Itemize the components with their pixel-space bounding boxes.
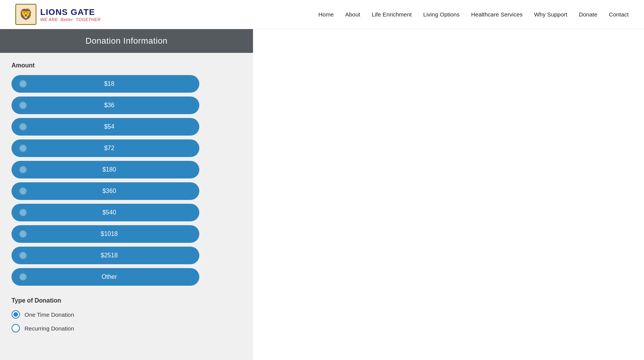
nav-item-about[interactable]: About	[345, 11, 360, 18]
radio-circle-180	[19, 166, 27, 173]
radio-inner-one-time	[13, 312, 18, 317]
radio-outer-one-time	[12, 310, 20, 319]
logo-subtitle-we-are: WE ARE	[40, 17, 58, 22]
radio-circle-2518	[19, 252, 27, 259]
amount-button-54[interactable]: $54	[12, 118, 199, 136]
amount-button-18[interactable]: $18	[12, 75, 199, 93]
radio-option-one-time[interactable]: One Time Donation	[12, 310, 242, 319]
donation-type-label: Type of Donation	[12, 297, 242, 304]
amount-label-360: $360	[27, 188, 192, 195]
radio-circle-18	[19, 80, 27, 88]
amount-label-1018: $1018	[27, 231, 192, 237]
nav-link-why-support[interactable]: Why Support	[534, 11, 567, 18]
amount-label-72: $72	[27, 145, 192, 152]
donation-type-section: Type of Donation One Time Donation Recur…	[12, 297, 242, 332]
nav-item-healthcare[interactable]: Healthcare Services	[471, 11, 522, 18]
nav-link-life-enrichment[interactable]: Life Enrichment	[372, 11, 412, 18]
nav-link-home[interactable]: Home	[318, 11, 334, 18]
logo-subtitle-better: Better	[61, 17, 73, 22]
radio-option-recurring[interactable]: Recurring Donation	[12, 324, 242, 332]
radio-label-one-time: One Time Donation	[25, 311, 74, 318]
donation-body: Amount $18 $36 $54 $72	[0, 53, 253, 347]
amount-button-540[interactable]: $540	[12, 204, 199, 221]
nav-item-donate[interactable]: Donate	[579, 11, 597, 18]
logo-title: LIONS GATE	[40, 7, 101, 17]
amount-section-label: Amount	[12, 62, 242, 69]
amount-button-1018[interactable]: $1018	[12, 225, 199, 243]
amount-label-2518: $2518	[27, 252, 192, 259]
amount-buttons: $18 $36 $54 $72 $180	[12, 75, 242, 286]
amount-label-18: $18	[27, 80, 192, 87]
logo: 🦁 LIONS GATE WE ARE Better TOGETHER	[15, 4, 101, 25]
logo-text: LIONS GATE WE ARE Better TOGETHER	[40, 7, 101, 22]
amount-label-180: $180	[27, 166, 192, 173]
radio-circle-360	[19, 187, 27, 195]
nav-link-donate[interactable]: Donate	[579, 11, 597, 18]
amount-button-180[interactable]: $180	[12, 161, 199, 178]
amount-label-36: $36	[27, 102, 192, 109]
radio-circle-540	[19, 209, 27, 216]
amount-button-36[interactable]: $36	[12, 97, 199, 114]
amount-button-2518[interactable]: $2518	[12, 247, 199, 264]
nav-item-home[interactable]: Home	[318, 11, 334, 18]
navigation: 🦁 LIONS GATE WE ARE Better TOGETHER Home…	[0, 0, 644, 29]
nav-link-about[interactable]: About	[345, 11, 360, 18]
amount-button-other[interactable]: Other	[12, 268, 199, 286]
amount-label-54: $54	[27, 123, 192, 130]
nav-link-contact[interactable]: Contact	[609, 11, 629, 18]
nav-item-contact[interactable]: Contact	[609, 11, 629, 18]
nav-link-healthcare[interactable]: Healthcare Services	[471, 11, 522, 18]
nav-item-living-options[interactable]: Living Options	[423, 11, 460, 18]
nav-item-why-support[interactable]: Why Support	[534, 11, 567, 18]
amount-label-other: Other	[27, 273, 192, 280]
radio-circle-36	[19, 101, 27, 109]
radio-circle-1018	[19, 230, 27, 238]
radio-circle-72	[19, 144, 27, 152]
right-panel	[253, 29, 644, 360]
donation-panel: Donation Information Amount $18 $36 $54	[0, 29, 253, 360]
nav-links: Home About Life Enrichment Living Option…	[318, 11, 629, 18]
logo-icon: 🦁	[15, 4, 36, 25]
nav-link-living-options[interactable]: Living Options	[423, 11, 460, 18]
main-content: Donation Information Amount $18 $36 $54	[0, 29, 644, 360]
radio-circle-54	[19, 123, 27, 131]
amount-button-72[interactable]: $72	[12, 139, 199, 157]
amount-button-360[interactable]: $360	[12, 182, 199, 200]
amount-label-540: $540	[27, 209, 192, 216]
logo-subtitle-together: TOGETHER	[76, 17, 101, 22]
radio-circle-other	[19, 273, 27, 281]
logo-subtitle: WE ARE Better TOGETHER	[40, 17, 101, 22]
nav-item-life-enrichment[interactable]: Life Enrichment	[372, 11, 412, 18]
radio-label-recurring: Recurring Donation	[25, 325, 74, 332]
donation-header: Donation Information	[0, 29, 253, 53]
radio-outer-recurring	[12, 324, 20, 332]
